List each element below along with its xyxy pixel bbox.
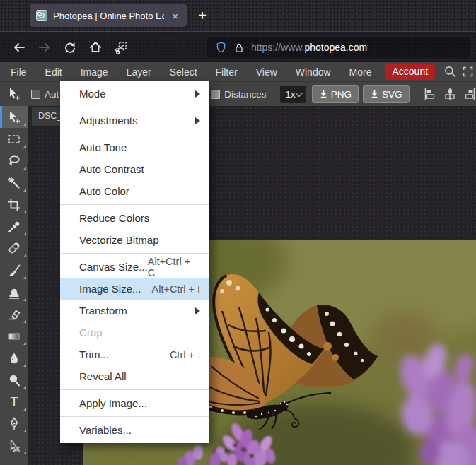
- menu-item-auto-contrast[interactable]: Auto Contrast: [60, 158, 209, 180]
- photopea-menubar: File Edit Image Layer Select Filter View…: [0, 62, 476, 81]
- menu-separator: [60, 253, 209, 254]
- tool-pen[interactable]: [0, 413, 28, 435]
- direct-select-icon: [7, 439, 21, 453]
- export-png-button[interactable]: PNG: [312, 85, 359, 103]
- export-svg-button[interactable]: SVG: [363, 85, 410, 103]
- menu-view[interactable]: View: [247, 62, 286, 81]
- menu-item-reduce-colors[interactable]: Reduce Colors: [60, 207, 209, 229]
- download-icon: [319, 89, 328, 99]
- menu-separator: [60, 204, 209, 205]
- tab-close-icon[interactable]: ×: [170, 9, 180, 23]
- menu-select[interactable]: Select: [161, 62, 207, 81]
- menu-item-adjustments[interactable]: Adjustments: [60, 110, 209, 131]
- menu-separator: [60, 107, 209, 107]
- distances-option[interactable]: Distances: [211, 89, 266, 100]
- menu-image[interactable]: Image: [71, 62, 117, 81]
- type-icon: T: [7, 395, 21, 409]
- menu-item-image-size[interactable]: Image Size... Alt+Ctrl + I: [60, 278, 209, 300]
- align-right-icon[interactable]: [463, 88, 476, 100]
- menu-item-variables[interactable]: Variables...: [60, 419, 209, 441]
- distances-checkbox[interactable]: [211, 90, 220, 99]
- app-window: Photopea | Online Photo Editor × +: [0, 0, 476, 465]
- screenshot-icon[interactable]: [112, 38, 130, 57]
- photopea-logo-icon: [36, 10, 47, 21]
- tool-crop[interactable]: [0, 194, 28, 216]
- menu-separator: [60, 416, 209, 417]
- menu-file[interactable]: File: [1, 62, 36, 81]
- tool-move[interactable]: [0, 106, 28, 128]
- auto-select-label: Aut: [45, 89, 59, 100]
- marquee-icon: [7, 132, 21, 146]
- tool-dodge[interactable]: [0, 369, 28, 391]
- browser-tab[interactable]: Photopea | Online Photo Editor ×: [30, 4, 187, 27]
- menu-item-trim[interactable]: Trim... Ctrl + .: [60, 343, 209, 365]
- menu-window[interactable]: Window: [286, 62, 340, 81]
- search-icon[interactable]: [442, 63, 458, 81]
- align-center-horizontal-icon[interactable]: [443, 88, 457, 100]
- menu-item-vectorize-bitmap[interactable]: Vectorize Bitmap: [60, 229, 209, 251]
- bandage-icon: [7, 242, 21, 256]
- magic-wand-icon: [7, 176, 21, 190]
- submenu-arrow-icon: [195, 117, 200, 124]
- tool-spot-healing[interactable]: [0, 237, 28, 259]
- current-tool-move-icon: [0, 87, 28, 101]
- tool-type[interactable]: T: [0, 391, 28, 413]
- menu-item-canvas-size[interactable]: Canvas Size... Alt+Ctrl + C: [60, 256, 209, 278]
- auto-select-checkbox[interactable]: [31, 90, 40, 99]
- align-left-icon[interactable]: [423, 88, 437, 100]
- menu-layer[interactable]: Layer: [117, 62, 161, 81]
- image-menu-dropdown: Mode Adjustments Auto Tone Auto Contrast…: [60, 81, 209, 443]
- tool-lasso[interactable]: [0, 150, 28, 172]
- menu-item-auto-color[interactable]: Auto Color: [60, 180, 209, 202]
- zoom-scale-select[interactable]: 1x: [280, 86, 306, 103]
- fullscreen-icon[interactable]: [460, 63, 476, 81]
- distances-label: Distances: [224, 89, 266, 100]
- download-icon: [370, 89, 379, 99]
- home-icon[interactable]: [86, 38, 105, 57]
- menu-item-transform[interactable]: Transform: [60, 300, 209, 322]
- tab-title: Photopea | Online Photo Editor: [53, 11, 164, 21]
- menu-more[interactable]: More: [340, 62, 381, 81]
- tool-rectangle-select[interactable]: [0, 128, 28, 150]
- pen-icon: [7, 417, 21, 431]
- brush-icon: [7, 264, 21, 278]
- menu-separator: [60, 134, 209, 134]
- move-icon: [7, 110, 21, 124]
- lock-icon[interactable]: [233, 42, 245, 54]
- tool-brush[interactable]: [0, 259, 28, 281]
- new-tab-button[interactable]: +: [192, 5, 213, 26]
- eyedropper-icon: [7, 220, 21, 234]
- tool-direct-select[interactable]: [0, 435, 28, 457]
- account-button[interactable]: Account: [385, 64, 435, 80]
- menu-filter[interactable]: Filter: [207, 62, 247, 81]
- browser-navbar: https://www.photopea.com: [0, 31, 476, 62]
- back-icon[interactable]: [10, 38, 28, 57]
- menu-item-mode[interactable]: Mode: [60, 83, 209, 105]
- tool-clone-stamp[interactable]: [0, 281, 28, 303]
- lasso-icon: [7, 154, 21, 168]
- crop-icon: [7, 198, 21, 212]
- browser-titlebar: Photopea | Online Photo Editor × +: [0, 0, 476, 31]
- tool-blur[interactable]: [0, 347, 28, 369]
- tool-gradient[interactable]: [0, 325, 28, 347]
- forward-icon[interactable]: [35, 38, 54, 57]
- dodge-icon: [7, 373, 21, 387]
- menu-edit[interactable]: Edit: [36, 62, 71, 81]
- menu-separator: [60, 389, 209, 390]
- water-drop-icon: [7, 351, 21, 365]
- tracking-shield-icon[interactable]: [215, 41, 227, 54]
- auto-select-option[interactable]: Aut: [31, 89, 59, 100]
- eraser-icon: [7, 307, 21, 322]
- menu-item-auto-tone[interactable]: Auto Tone: [60, 136, 209, 158]
- tool-magic-wand[interactable]: [0, 172, 28, 194]
- menu-item-reveal-all[interactable]: Reveal All: [60, 365, 209, 387]
- reload-icon[interactable]: [61, 38, 79, 57]
- tool-eraser[interactable]: [0, 303, 28, 325]
- menu-item-crop: Crop: [60, 322, 209, 343]
- chevron-down-icon: [296, 90, 303, 97]
- url-bar[interactable]: https://www.photopea.com: [207, 37, 470, 58]
- svg-text:T: T: [11, 395, 18, 409]
- tool-eyedropper[interactable]: [0, 216, 28, 237]
- submenu-arrow-icon: [195, 90, 200, 98]
- menu-item-apply-image[interactable]: Apply Image...: [60, 392, 209, 414]
